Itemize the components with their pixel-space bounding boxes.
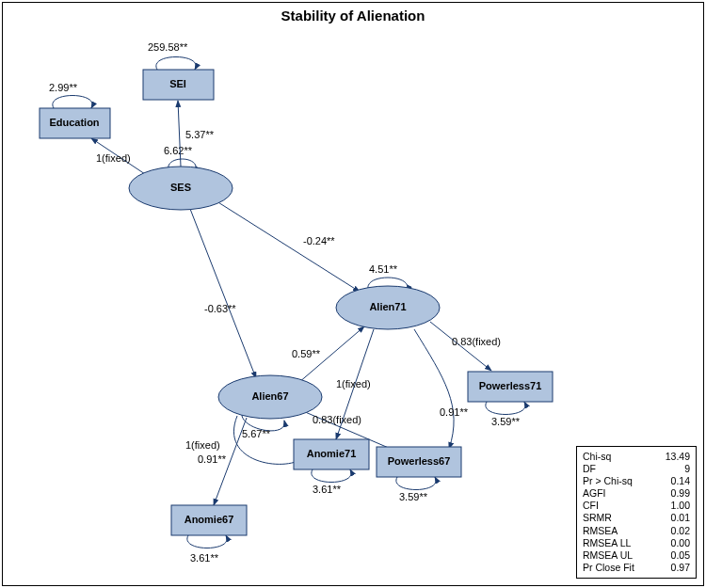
edge-label: 5.67** xyxy=(242,428,271,439)
loop-education xyxy=(53,96,92,109)
fit-value: 0.05 xyxy=(656,549,690,562)
fit-label: RMSEA UL xyxy=(583,549,656,562)
node-label: Powerless71 xyxy=(479,380,542,391)
fit-value: 1.00 xyxy=(656,500,690,512)
edge-label: 1(fixed) xyxy=(336,378,371,389)
fit-label: Pr Close Fit xyxy=(583,562,656,574)
loop-anomie71 xyxy=(312,469,351,483)
fit-value: 0.99 xyxy=(656,487,690,500)
edge-label: 259.58** xyxy=(148,41,188,53)
fit-label: CFI xyxy=(583,500,656,512)
fit-label: SRMR xyxy=(583,512,656,524)
loop-powerless71 xyxy=(486,402,525,415)
node-label: Education xyxy=(49,117,99,128)
edge-label: 3.61** xyxy=(190,552,219,564)
node-label: SEI xyxy=(169,78,186,89)
edge-label: 1(fixed) xyxy=(96,152,131,164)
edge-label: 6.62** xyxy=(164,145,193,156)
fit-label: Chi-sq xyxy=(583,451,656,463)
edge-label: 0.59** xyxy=(292,348,321,359)
fit-statistics-box: Chi-sq13.49 DF9 Pr > Chi-sq0.14 AGFI0.99… xyxy=(576,446,697,579)
fit-value: 0.02 xyxy=(656,525,690,537)
node-label: Alien67 xyxy=(251,390,288,402)
loop-anomie67 xyxy=(187,535,227,548)
fit-label: AGFI xyxy=(583,487,656,500)
fit-value: 9 xyxy=(656,463,690,475)
loop-sei xyxy=(156,57,196,71)
edge-label: -0.24** xyxy=(303,235,335,246)
edge-label: 3.61** xyxy=(313,484,342,495)
edge-label: 3.59** xyxy=(399,491,428,502)
fit-label: RMSEA xyxy=(583,525,656,537)
fit-label: Pr > Chi-sq xyxy=(583,475,656,487)
edge-label: 2.99** xyxy=(49,82,78,93)
fit-value: 0.00 xyxy=(656,537,690,549)
fit-label: DF xyxy=(583,463,656,475)
node-label: Anomie71 xyxy=(307,448,357,459)
edge-label: 3.59** xyxy=(491,416,521,427)
fit-value: 0.97 xyxy=(656,562,690,574)
node-label: SES xyxy=(170,182,191,193)
path-ses-alien71 xyxy=(214,199,360,292)
fit-value: 0.01 xyxy=(656,512,690,524)
fit-value: 13.49 xyxy=(656,451,690,463)
path-ses-alien67 xyxy=(190,209,256,378)
edge-label: 1(fixed) xyxy=(185,439,220,451)
fit-value: 0.14 xyxy=(656,475,690,487)
edge-label: 0.83(fixed) xyxy=(452,336,501,347)
edge-label: 0.91** xyxy=(198,453,227,465)
edge-label: 0.83(fixed) xyxy=(313,414,361,425)
fit-label: RMSEA LL xyxy=(583,537,656,549)
node-label: Powerless67 xyxy=(388,455,451,467)
edge-label: 0.91** xyxy=(440,406,469,418)
edge-label: -0.63** xyxy=(204,303,236,314)
path-alien71-powerless67 xyxy=(414,329,454,449)
node-label: Alien71 xyxy=(369,301,406,312)
node-label: Anomie67 xyxy=(185,514,234,525)
edge-label: 5.37** xyxy=(185,129,215,140)
loop-powerless67 xyxy=(396,477,436,490)
path-ses-sei xyxy=(178,101,181,167)
edge-label: 4.51** xyxy=(369,263,398,275)
